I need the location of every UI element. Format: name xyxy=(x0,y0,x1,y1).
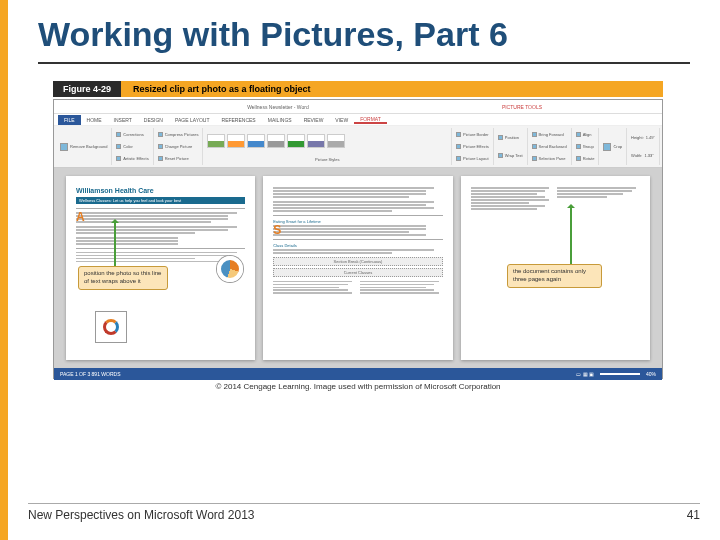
section-heading: Current Classes xyxy=(273,268,442,277)
selection-pane-button[interactable]: Selection Pane xyxy=(532,156,567,161)
section-heading: Eating Smart for a Lifetime xyxy=(273,219,442,224)
section-break: Section Break (Continuous) xyxy=(273,257,442,266)
slide-title: Working with Pictures, Part 6 xyxy=(8,0,720,62)
document-area[interactable]: Williamson Health Care Wellness Classes:… xyxy=(54,168,662,368)
wrap-text-button[interactable]: Wrap Text xyxy=(498,153,523,158)
figure-caption: Resized clip art photo as a floating obj… xyxy=(121,81,663,97)
reset-picture-button[interactable]: Reset Picture xyxy=(158,156,199,161)
picture-effects-button[interactable]: Picture Effects xyxy=(456,144,489,149)
group-arrange3: Align Group Rotate xyxy=(572,128,600,165)
group-removebg: Remove Background xyxy=(56,128,112,165)
group-size: Crop xyxy=(599,128,627,165)
doc-subheading: Wellness Classes: Let us help you feel a… xyxy=(76,197,245,204)
picture-styles-gallery[interactable] xyxy=(207,134,447,148)
status-right: ▭ ▦ ▣ 40% xyxy=(576,371,656,377)
artistic-effects-button[interactable]: Artistic Effects xyxy=(116,156,148,161)
figure-label: Figure 4-29 xyxy=(53,81,121,97)
zoom-level[interactable]: 40% xyxy=(646,371,656,377)
figure: Figure 4-29 Resized clip art photo as a … xyxy=(53,79,663,391)
style-thumb[interactable] xyxy=(227,134,245,148)
crop-button[interactable]: Crop xyxy=(603,143,622,151)
page-2: Eating Smart for a Lifetime S Class Deta… xyxy=(263,176,452,360)
height-field[interactable]: Height: 1.49" xyxy=(631,135,655,140)
compress-button[interactable]: Compress Pictures xyxy=(158,132,199,137)
tab-mailings[interactable]: MAILINGS xyxy=(262,117,298,123)
tab-insert[interactable]: INSERT xyxy=(108,117,138,123)
group-styles-options: Picture Border Picture Effects Picture L… xyxy=(452,128,494,165)
align-button[interactable]: Align xyxy=(576,132,595,137)
color-button[interactable]: Color xyxy=(116,144,148,149)
section-heading: Class Details xyxy=(273,243,442,248)
zoom-slider[interactable] xyxy=(600,373,640,375)
status-left: PAGE 1 OF 3 891 WORDS xyxy=(60,371,120,377)
arrow-icon xyxy=(114,221,116,266)
word-window: Wellness Newsletter - Word PICTURE TOOLS… xyxy=(53,99,663,379)
ribbon-tabs: FILE HOME INSERT DESIGN PAGE LAYOUT REFE… xyxy=(54,114,662,126)
footer-text: New Perspectives on Microsoft Word 2013 xyxy=(28,508,255,522)
picture-styles-label: Picture Styles xyxy=(207,157,447,162)
tab-view[interactable]: VIEW xyxy=(329,117,354,123)
group-adjust: Corrections Color Artistic Effects xyxy=(112,128,153,165)
doc-title: Wellness Newsletter - Word xyxy=(54,104,502,110)
tab-home[interactable]: HOME xyxy=(81,117,108,123)
view-icons[interactable]: ▭ ▦ ▣ xyxy=(576,371,594,377)
tab-references[interactable]: REFERENCES xyxy=(216,117,262,123)
send-backward-button[interactable]: Send Backward xyxy=(532,144,567,149)
style-thumb[interactable] xyxy=(207,134,225,148)
style-thumb[interactable] xyxy=(247,134,265,148)
tab-format[interactable]: FORMAT xyxy=(354,116,387,124)
status-bar: PAGE 1 OF 3 891 WORDS ▭ ▦ ▣ 40% xyxy=(54,368,662,380)
group-arrange: Position Wrap Text xyxy=(494,128,528,165)
tab-file[interactable]: FILE xyxy=(58,115,81,125)
picture-border-button[interactable]: Picture Border xyxy=(456,132,489,137)
contextual-tools: PICTURE TOOLS xyxy=(502,104,542,110)
tab-review[interactable]: REVIEW xyxy=(298,117,330,123)
tab-design[interactable]: DESIGN xyxy=(138,117,169,123)
title-rule xyxy=(38,62,690,64)
slide-number: 41 xyxy=(687,508,700,522)
rotate-button[interactable]: Rotate xyxy=(576,156,595,161)
page-1: Williamson Health Care Wellness Classes:… xyxy=(66,176,255,360)
pie-chart-image[interactable] xyxy=(217,256,243,282)
group-size-dims: Height: 1.49" Width: 1.33" xyxy=(627,128,660,165)
group-adjust2: Compress Pictures Change Picture Reset P… xyxy=(154,128,204,165)
doc-heading: Williamson Health Care xyxy=(76,186,245,195)
corrections-button[interactable]: Corrections xyxy=(116,132,148,137)
page-3: the document contains only three pages a… xyxy=(461,176,650,360)
style-thumb[interactable] xyxy=(267,134,285,148)
style-thumb[interactable] xyxy=(327,134,345,148)
width-field[interactable]: Width: 1.33" xyxy=(631,153,655,158)
ribbon: Remove Background Corrections Color Arti… xyxy=(54,126,662,168)
copyright: © 2014 Cengage Learning. Image used with… xyxy=(53,382,663,391)
picture-layout-button[interactable]: Picture Layout xyxy=(456,156,489,161)
position-button[interactable]: Position xyxy=(498,135,523,140)
group-arrange2: Bring Forward Send Backward Selection Pa… xyxy=(528,128,572,165)
remove-background-button[interactable]: Remove Background xyxy=(60,143,107,151)
titlebar: Wellness Newsletter - Word PICTURE TOOLS xyxy=(54,100,662,114)
callout-right: the document contains only three pages a… xyxy=(507,264,602,288)
style-thumb[interactable] xyxy=(287,134,305,148)
group-button[interactable]: Group xyxy=(576,144,595,149)
figure-banner: Figure 4-29 Resized clip art photo as a … xyxy=(53,79,663,99)
slide: Working with Pictures, Part 6 Figure 4-2… xyxy=(0,0,720,540)
group-picture-styles: Picture Styles xyxy=(203,128,452,165)
change-picture-button[interactable]: Change Picture xyxy=(158,144,199,149)
swirl-image[interactable] xyxy=(96,312,126,342)
bring-forward-button[interactable]: Bring Forward xyxy=(532,132,567,137)
arrow-icon xyxy=(570,206,572,266)
style-thumb[interactable] xyxy=(307,134,325,148)
slide-footer: New Perspectives on Microsoft Word 2013 … xyxy=(28,503,700,522)
tab-pagelayout[interactable]: PAGE LAYOUT xyxy=(169,117,216,123)
callout-left: position the photo so this line of text … xyxy=(78,266,168,290)
